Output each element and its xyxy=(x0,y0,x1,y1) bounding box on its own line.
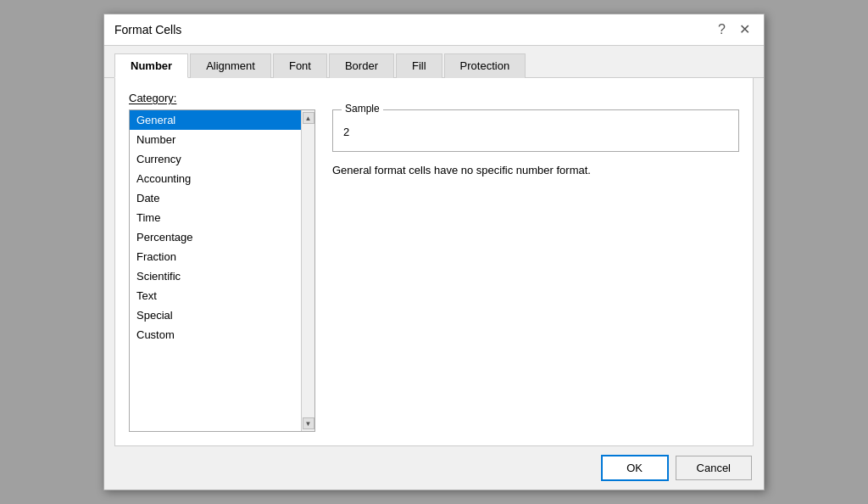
close-button[interactable]: ✕ xyxy=(736,21,754,38)
list-item[interactable]: Scientific xyxy=(130,266,301,286)
category-list-wrapper: General Number Currency Accounting Date … xyxy=(129,109,315,432)
tab-font[interactable]: Font xyxy=(273,53,327,78)
tabs-row: Number Alignment Font Border Fill Protec… xyxy=(104,46,764,78)
format-cells-dialog: Format Cells ? ✕ Number Alignment Font B… xyxy=(103,14,765,490)
scroll-up-arrow[interactable]: ▲ xyxy=(303,112,314,124)
help-button[interactable]: ? xyxy=(715,21,729,38)
title-bar-left: Format Cells xyxy=(114,23,181,36)
right-area: Sample 2 General format cells have no sp… xyxy=(332,109,739,432)
list-item[interactable]: General xyxy=(130,110,301,130)
category-list-container: General Number Currency Accounting Date … xyxy=(129,109,315,432)
list-item[interactable]: Percentage xyxy=(130,227,301,247)
list-item[interactable]: Fraction xyxy=(130,247,301,266)
list-scrollbar[interactable]: ▲ ▼ xyxy=(301,110,314,431)
dialog-footer: OK Cancel xyxy=(104,446,764,490)
tab-protection[interactable]: Protection xyxy=(444,53,526,78)
list-item[interactable]: Time xyxy=(130,208,301,227)
tab-alignment[interactable]: Alignment xyxy=(190,53,271,78)
list-item[interactable]: Date xyxy=(130,188,301,208)
sample-box: Sample 2 xyxy=(332,109,739,152)
category-label: Category: xyxy=(129,92,739,104)
list-item[interactable]: Custom xyxy=(130,325,301,344)
list-item[interactable]: Number xyxy=(130,130,301,149)
sample-value: 2 xyxy=(343,126,728,143)
ok-button[interactable]: OK xyxy=(601,455,669,481)
tab-number[interactable]: Number xyxy=(114,53,188,78)
tab-fill[interactable]: Fill xyxy=(396,53,442,78)
title-bar: Format Cells ? ✕ xyxy=(104,14,764,46)
category-listbox[interactable]: General Number Currency Accounting Date … xyxy=(130,110,301,431)
tab-border[interactable]: Border xyxy=(329,53,394,78)
title-bar-right: ? ✕ xyxy=(715,21,754,38)
scroll-down-arrow[interactable]: ▼ xyxy=(303,417,314,429)
sample-label: Sample xyxy=(342,103,383,115)
list-item[interactable]: Special xyxy=(130,305,301,325)
main-area: General Number Currency Accounting Date … xyxy=(129,109,739,432)
description-text: General format cells have no specific nu… xyxy=(332,162,739,179)
tab-content: Category: General Number Currency Accoun… xyxy=(114,78,754,446)
dialog-title: Format Cells xyxy=(114,23,181,36)
list-item[interactable]: Currency xyxy=(130,149,301,169)
list-item[interactable]: Accounting xyxy=(130,169,301,188)
list-item[interactable]: Text xyxy=(130,286,301,305)
cancel-button[interactable]: Cancel xyxy=(676,456,752,480)
